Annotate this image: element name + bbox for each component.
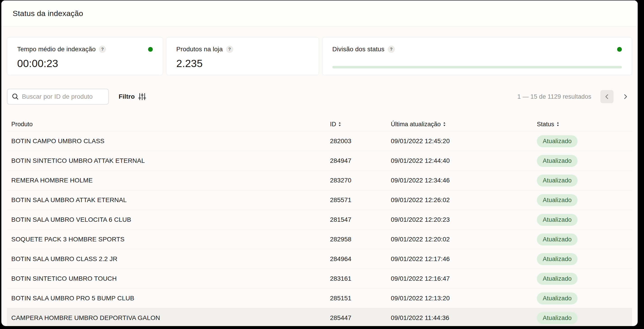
status-badge: Atualizado: [537, 155, 578, 167]
column-header-id[interactable]: ID: [330, 121, 391, 128]
table-row[interactable]: BOTIN SALA UMBRO PRO 5 BUMP CLUB 285151 …: [7, 288, 632, 308]
status-badge: Atualizado: [537, 135, 578, 147]
table-header: Produto ID Última atualização: [7, 117, 632, 131]
card-label: Produtos na loja: [176, 46, 223, 53]
cell-id: 281547: [330, 216, 391, 223]
previous-page-button[interactable]: [600, 90, 614, 103]
column-label: ID: [330, 121, 336, 128]
column-label: Status: [537, 121, 554, 128]
status-badge: Atualizado: [537, 175, 578, 187]
card-label: Tempo médio de indexação: [17, 46, 96, 53]
card-value: 00:00:23: [17, 57, 153, 69]
cell-product: BOTIN SALA UMBRO VELOCITA 6 CLUB: [7, 216, 330, 223]
cell-last-update: 09/01/2022 12:17:46: [391, 255, 537, 263]
cell-product: REMERA HOMBRE HOLME: [7, 177, 330, 184]
cell-product: BOTIN CAMPO UMBRO CLASS: [7, 137, 330, 145]
next-page-button[interactable]: [619, 90, 632, 103]
cell-last-update: 09/01/2022 12:13:20: [391, 295, 537, 302]
column-label: Produto: [11, 121, 33, 128]
cell-last-update: 09/01/2022 12:44:40: [391, 157, 537, 164]
cell-last-update: 09/01/2022 11:44:36: [391, 314, 537, 322]
sort-icon: [338, 121, 341, 127]
status-badge: Atualizado: [537, 312, 578, 324]
results-count: 1 — 15 de 1129 resultados: [518, 93, 591, 100]
cell-product: BOTIN SINTETICO UMBRO ATTAK ETERNAL: [7, 157, 330, 164]
cell-id: 284964: [330, 255, 391, 263]
cell-id: 283270: [330, 177, 391, 184]
sort-icon: [556, 121, 559, 127]
sort-icon: [443, 121, 446, 127]
main-content: Tempo médio de indexação ? 00:00:23 Prod…: [1, 37, 638, 326]
card-products-in-store: Produtos na loja ? 2.235: [166, 37, 319, 75]
status-badge: Atualizado: [537, 293, 578, 304]
pagination: 1 — 15 de 1129 resultados: [518, 90, 632, 103]
status-badge: Atualizado: [537, 253, 578, 265]
status-badge: Atualizado: [537, 273, 578, 285]
card-status-division: Divisão dos status ?: [322, 37, 632, 75]
table-row[interactable]: BOTIN SINTETICO UMBRO TOUCH 283161 09/01…: [7, 269, 632, 288]
status-dot-icon: [617, 47, 622, 52]
help-icon[interactable]: ?: [388, 46, 395, 53]
card-label: Divisão dos status: [332, 46, 384, 53]
cell-id: 284947: [330, 157, 391, 164]
cell-last-update: 09/01/2022 12:26:02: [391, 196, 537, 204]
cell-id: 285151: [330, 295, 391, 302]
cell-id: 282958: [330, 236, 391, 243]
column-label: Última atualização: [391, 121, 441, 128]
table-row[interactable]: BOTIN CAMPO UMBRO CLASS 282003 09/01/202…: [7, 131, 632, 151]
cell-last-update: 09/01/2022 12:20:23: [391, 216, 537, 223]
status-dot-icon: [148, 47, 153, 52]
toolbar: Filtro 1 — 15 de 1129 resultados: [7, 89, 632, 105]
cell-last-update: 09/01/2022 12:45:20: [391, 137, 537, 145]
cell-product: BOTIN SALA UMBRO ATTAK ETERNAL: [7, 196, 330, 204]
column-header-updated[interactable]: Última atualização: [391, 121, 537, 128]
products-table: Produto ID Última atualização: [7, 117, 632, 326]
filter-label: Filtro: [119, 93, 135, 100]
table-body: BOTIN CAMPO UMBRO CLASS 282003 09/01/202…: [7, 131, 632, 326]
table-row[interactable]: BOTIN SALA UMBRO CLASS 2.2 JR 284964 09/…: [7, 249, 632, 269]
status-division-fill: [332, 66, 622, 68]
table-row[interactable]: BOTIN SINTETICO UMBRO ATTAK ETERNAL 2849…: [7, 151, 632, 170]
search-box: [7, 89, 109, 105]
page-title: Status da indexação: [13, 9, 83, 18]
status-division-bar: [332, 66, 622, 68]
column-header-product: Produto: [7, 121, 330, 128]
filter-button[interactable]: Filtro: [119, 93, 146, 101]
cell-product: BOTIN SINTETICO UMBRO TOUCH: [7, 275, 330, 282]
cell-last-update: 09/01/2022 12:16:47: [391, 275, 537, 282]
stat-cards: Tempo médio de indexação ? 00:00:23 Prod…: [7, 37, 632, 75]
status-badge: Atualizado: [537, 234, 578, 246]
cell-id: 285571: [330, 196, 391, 204]
status-badge: Atualizado: [537, 214, 578, 226]
sliders-icon: [138, 93, 146, 101]
table-row[interactable]: SOQUETE PACK 3 HOMBRE SPORTS 282958 09/0…: [7, 229, 632, 249]
cell-last-update: 09/01/2022 12:20:02: [391, 236, 537, 243]
page-header: Status da indexação: [1, 0, 638, 26]
app-window: Status da indexação Tempo médio de index…: [1, 0, 638, 326]
cell-product: BOTIN SALA UMBRO PRO 5 BUMP CLUB: [7, 295, 330, 302]
table-row[interactable]: CAMPERA HOMBRE UMBRO DEPORTIVA GALON 285…: [7, 308, 632, 326]
table-row[interactable]: BOTIN SALA UMBRO VELOCITA 6 CLUB 281547 …: [7, 210, 632, 229]
cell-product: BOTIN SALA UMBRO CLASS 2.2 JR: [7, 255, 330, 263]
column-header-status[interactable]: Status: [537, 121, 632, 128]
search-icon: [12, 93, 19, 100]
help-icon[interactable]: ?: [226, 46, 233, 53]
status-badge: Atualizado: [537, 194, 578, 206]
card-value: 2.235: [176, 57, 309, 69]
cell-id: 283161: [330, 275, 391, 282]
table-row[interactable]: BOTIN SALA UMBRO ATTAK ETERNAL 285571 09…: [7, 190, 632, 210]
cell-id: 285447: [330, 314, 391, 322]
card-indexing-time: Tempo médio de indexação ? 00:00:23: [7, 37, 163, 75]
search-input[interactable]: [7, 89, 109, 105]
cell-product: SOQUETE PACK 3 HOMBRE SPORTS: [7, 236, 330, 243]
cell-id: 282003: [330, 137, 391, 145]
cell-last-update: 09/01/2022 12:34:46: [391, 177, 537, 184]
table-row[interactable]: REMERA HOMBRE HOLME 283270 09/01/2022 12…: [7, 170, 632, 190]
help-icon[interactable]: ?: [99, 46, 106, 53]
cell-product: CAMPERA HOMBRE UMBRO DEPORTIVA GALON: [7, 314, 330, 322]
